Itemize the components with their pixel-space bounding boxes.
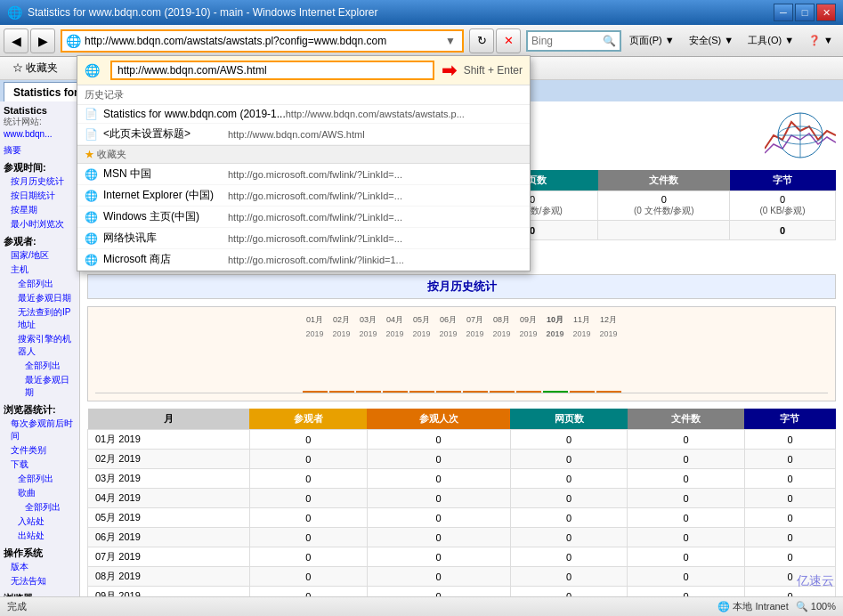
favorites-item-2[interactable]: 🌐 Windows 主页(中国) http://go.microsoft.com…: [77, 207, 530, 228]
year-label-6: 2019: [463, 329, 488, 338]
month-label-0: 01月: [303, 314, 328, 326]
favorites-icon-3: 🌐: [85, 232, 98, 245]
minimize-button[interactable]: ─: [774, 4, 793, 21]
sidebar-site-url[interactable]: www.bdqn...: [4, 128, 76, 140]
dropdown-url-display[interactable]: http://www.bdqn.com/AWS.html: [110, 61, 434, 80]
sidebar-bots-list[interactable]: 全部列出: [25, 359, 76, 373]
sidebar-visit-time[interactable]: 每次参观前后时间: [11, 417, 76, 443]
tools-menu-button[interactable]: 工具(O) ▼: [742, 31, 800, 50]
search-icon[interactable]: 🔍: [603, 35, 616, 47]
sidebar-monthly-history[interactable]: 按月历史统计: [11, 174, 76, 189]
favorites-icon: ★: [85, 149, 94, 159]
favorites-url-2: http://go.microsoft.com/fwlink/?LinkId=.…: [228, 212, 402, 223]
sidebar-host[interactable]: 主机: [11, 263, 76, 277]
monthly-th-pages: 网页数: [510, 409, 628, 430]
monthly-th-visitors: 参观者: [249, 409, 367, 430]
sidebar-os-unknown[interactable]: 无法告知: [11, 574, 76, 588]
sidebar-os-version[interactable]: 版本: [11, 560, 76, 574]
favorites-bar-item[interactable]: ☆ 收藏夹: [7, 59, 63, 77]
table-row: 01月 201900000: [88, 430, 836, 450]
sidebar-browser-sec-title: 浏览器: [4, 592, 76, 596]
non-browser-files: [598, 221, 730, 240]
sidebar-dl-indent: 全部列出 歌曲 全部列出 入站处 出站处: [11, 472, 76, 543]
history-item-1[interactable]: 📄 <此页未设置标题> http://www.bdqn.com/AWS.html: [77, 124, 530, 145]
address-dropdown-button[interactable]: ▼: [442, 33, 458, 49]
sidebar-songs-list[interactable]: 全部列出: [25, 500, 76, 515]
favorites-item-3[interactable]: 🌐 网络快讯库 http://go.microsoft.com/fwlink/?…: [77, 228, 530, 249]
favorites-item-1[interactable]: 🌐 Internet Explorer (中国) http://go.micro…: [77, 185, 530, 207]
month-label-10: 11月: [570, 314, 595, 326]
status-bar: 完成 🌐 本地 Intranet 🔍 100%: [0, 596, 843, 616]
table-row: 08月 201900000: [88, 567, 836, 587]
monthly-th-files: 文件数: [628, 409, 745, 430]
th-files: 文件数: [598, 170, 730, 191]
sidebar-summary-link[interactable]: 摘要: [4, 143, 76, 158]
chart-year-labels: 2019 2019 2019 2019 2019 2019 2019 2019 …: [95, 329, 828, 338]
monthly-section: 按月历史统计 01月 02月 03月 04月 05月 06月 07月 08月 0…: [87, 274, 836, 596]
sidebar-songs[interactable]: 歌曲: [18, 486, 76, 500]
stop-button[interactable]: ✕: [496, 28, 521, 53]
sidebar-visitors-items: 按月历史统计 按日期统计 按星期 最小时浏览次: [4, 174, 76, 231]
sidebar-dl-list[interactable]: 全部列出: [18, 472, 76, 486]
status-zoom: 🔍 100%: [796, 601, 836, 612]
sidebar-exit[interactable]: 出站处: [18, 529, 76, 543]
table-row: 03月 201900000: [88, 469, 836, 489]
sidebar-country[interactable]: 国家/地区: [11, 248, 76, 263]
sidebar-visitors-time: 参观时间: 按月历史统计 按日期统计 按星期 最小时浏览次: [4, 161, 76, 231]
history-item-icon-1: 📄: [85, 128, 98, 141]
sidebar-list-all[interactable]: 全部列出: [18, 277, 76, 291]
sidebar-visitors-time-title: 参观时间:: [4, 161, 76, 174]
sidebar-bots[interactable]: 搜索引擎的机器人: [18, 332, 76, 359]
history-item-0[interactable]: 📄 Statistics for www.bdqn.com (2019-1...…: [77, 105, 530, 124]
safety-menu-button[interactable]: 安全(S) ▼: [683, 31, 741, 50]
bar-8: [516, 391, 541, 393]
page-menu-button[interactable]: 页面(P) ▼: [623, 31, 681, 50]
favorites-item-0[interactable]: 🌐 MSN 中国 http://go.microsoft.com/fwlink/…: [77, 164, 530, 185]
sidebar-entry[interactable]: 入站处: [18, 515, 76, 529]
browser-files: 0 (0 文件数/参观): [598, 191, 730, 221]
logo-svg: [765, 109, 836, 162]
favorites-url-3: http://go.microsoft.com/fwlink/?LinkId=.…: [228, 233, 402, 244]
sidebar-bots-indent: 全部列出 最近参观日期: [18, 359, 76, 400]
year-label-7: 2019: [490, 329, 515, 338]
sidebar-download[interactable]: 下载: [11, 458, 76, 472]
favorites-item-4[interactable]: 🌐 Microsoft 商店 http://go.microsoft.com/f…: [77, 249, 530, 271]
nav-right-buttons: 页面(P) ▼ 安全(S) ▼ 工具(O) ▼ ❓ ▼: [623, 31, 839, 50]
sidebar-who-items: 国家/地区 主机 全部列出 最近参观日期 无法查到的IP地址 搜索引擎的机器人 …: [4, 248, 76, 400]
search-input[interactable]: [531, 35, 603, 47]
sidebar-who-indent: 全部列出 最近参观日期 无法查到的IP地址 搜索引擎的机器人 全部列出 最近参观…: [11, 277, 76, 400]
year-label-5: 2019: [436, 329, 461, 338]
maximize-button[interactable]: □: [795, 4, 815, 21]
month-label-2: 03月: [356, 314, 381, 326]
chart-month-labels: 01月 02月 03月 04月 05月 06月 07月 08月 09月 10月 …: [95, 314, 828, 326]
address-input[interactable]: [85, 35, 442, 47]
monthly-table: 月 参观者 参观人次 网页数 文件数 字节 01月 20190000002月 2…: [87, 409, 836, 596]
sidebar-weekly[interactable]: 按星期: [11, 203, 76, 217]
favorites-label-0: MSN 中国: [103, 166, 228, 182]
sidebar-browser-title: 浏览器统计:: [4, 403, 76, 417]
forward-button[interactable]: ▶: [30, 28, 55, 53]
sidebar-bots-lastdate[interactable]: 最近参观日期: [25, 373, 76, 400]
history-item-icon-0: 📄: [85, 108, 98, 120]
back-button[interactable]: ◀: [4, 28, 28, 53]
month-label-4: 05月: [409, 314, 434, 326]
refresh-button[interactable]: ↻: [469, 28, 494, 53]
title-bar: 🌐 Statistics for www.bdqn.com (2019-10) …: [0, 0, 843, 25]
close-button[interactable]: ✕: [816, 4, 836, 21]
sidebar-no-ip[interactable]: 无法查到的IP地址: [18, 305, 76, 332]
year-label-2: 2019: [356, 329, 381, 338]
help-menu-button[interactable]: ❓ ▼: [802, 32, 839, 49]
sidebar-last-visit[interactable]: 最近参观日期: [18, 291, 76, 305]
sidebar-browser-stats: 浏览器统计: 每次参观前后时间 文件类别 下载 全部列出 歌曲 全部列出 入站处…: [4, 403, 76, 543]
year-label-0: 2019: [303, 329, 328, 338]
dropdown-favorites-title: ★ 收藏夹: [77, 145, 530, 164]
sidebar-daily-stats[interactable]: 按日期统计: [11, 189, 76, 203]
month-label-8: 09月: [516, 314, 541, 326]
sidebar-file-type[interactable]: 文件类别: [11, 443, 76, 458]
address-bar: 🌐 ▼: [61, 29, 464, 53]
sidebar-stat-site: Statistics 统计网站: www.bdqn...: [4, 105, 76, 140]
non-browser-bytes: 0: [730, 221, 836, 240]
sidebar-hourly[interactable]: 最小时浏览次: [11, 217, 76, 231]
sidebar-visitors-who: 参观者: 国家/地区 主机 全部列出 最近参观日期 无法查到的IP地址 搜索引擎…: [4, 235, 76, 400]
table-row: 07月 201900000: [88, 547, 836, 567]
